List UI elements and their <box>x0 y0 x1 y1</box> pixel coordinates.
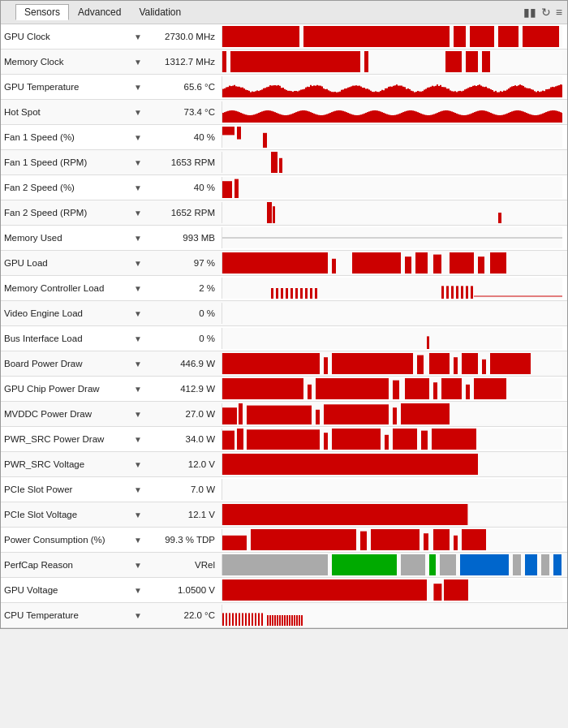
svg-rect-115 <box>385 88 386 97</box>
sensor-value: 2730.0 MHz <box>145 24 218 50</box>
dropdown-icon[interactable]: ▼ <box>131 226 145 251</box>
dropdown-icon[interactable]: ▼ <box>131 150 145 175</box>
svg-rect-26 <box>240 88 242 97</box>
dropdown-icon[interactable]: ▼ <box>131 200 145 226</box>
table-row: PCIe Slot Power▼7.0 W <box>1 477 567 502</box>
svg-rect-507 <box>247 406 312 424</box>
svg-rect-58 <box>292 92 294 97</box>
svg-rect-579 <box>301 615 303 626</box>
svg-rect-516 <box>324 433 328 450</box>
dropdown-icon[interactable]: ▼ <box>131 24 145 50</box>
svg-rect-54 <box>286 90 287 97</box>
dropdown-icon[interactable]: ▼ <box>131 100 145 125</box>
dropdown-icon[interactable]: ▼ <box>131 75 145 100</box>
svg-rect-409 <box>519 110 521 123</box>
svg-rect-278 <box>307 111 308 123</box>
dropdown-icon[interactable]: ▼ <box>131 351 145 377</box>
svg-rect-345 <box>415 111 417 123</box>
dropdown-icon[interactable]: ▼ <box>131 276 145 301</box>
svg-rect-296 <box>336 110 338 123</box>
svg-rect-227 <box>224 112 226 123</box>
camera-icon[interactable]: ▮▮ <box>523 6 536 19</box>
svg-rect-260 <box>278 114 279 123</box>
tab-advanced[interactable]: Advanced <box>69 4 130 20</box>
svg-rect-81 <box>329 91 331 97</box>
svg-rect-213 <box>544 91 545 97</box>
sensor-name: PWR_SRC Voltage <box>1 452 131 477</box>
dropdown-icon[interactable]: ▼ <box>131 301 145 326</box>
svg-rect-325 <box>383 113 385 123</box>
sensor-graph <box>218 50 567 75</box>
sensor-graph <box>218 502 567 528</box>
dropdown-icon[interactable]: ▼ <box>131 502 145 528</box>
svg-rect-113 <box>381 90 383 97</box>
svg-rect-107 <box>372 92 373 97</box>
svg-rect-466 <box>286 288 288 299</box>
sensor-name: GPU Clock <box>1 24 131 50</box>
svg-rect-410 <box>521 111 523 123</box>
dropdown-icon[interactable]: ▼ <box>131 377 145 402</box>
table-row: Memory Clock▼1312.7 MHz <box>1 50 567 75</box>
svg-rect-447 <box>267 202 272 223</box>
svg-rect-198 <box>519 84 521 97</box>
sensor-value: 65.6 °C <box>145 75 218 100</box>
dropdown-icon[interactable]: ▼ <box>131 125 145 150</box>
dropdown-icon[interactable]: ▼ <box>131 553 145 578</box>
svg-rect-146 <box>435 86 437 97</box>
svg-rect-415 <box>529 114 531 123</box>
svg-rect-474 <box>446 286 449 299</box>
svg-rect-514 <box>237 429 243 450</box>
svg-rect-166 <box>467 88 469 97</box>
tab-validation[interactable]: Validation <box>130 4 190 20</box>
svg-rect-131 <box>411 91 412 97</box>
svg-rect-429 <box>552 110 553 123</box>
svg-rect-554 <box>229 613 230 626</box>
dropdown-icon[interactable]: ▼ <box>131 251 145 276</box>
tab-sensors[interactable]: Sensors <box>15 4 69 20</box>
svg-rect-12 <box>466 51 478 72</box>
table-row: Power Consumption (%)▼99.3 % TDP <box>1 528 567 553</box>
sensor-name: Memory Used <box>1 226 131 251</box>
svg-rect-576 <box>294 615 295 626</box>
dropdown-icon[interactable]: ▼ <box>131 427 145 452</box>
svg-rect-258 <box>274 112 276 123</box>
svg-rect-477 <box>461 286 463 299</box>
svg-rect-362 <box>443 110 445 123</box>
sensor-name: GPU Load <box>1 251 131 276</box>
svg-rect-388 <box>485 111 487 123</box>
sensor-name: Fan 2 Speed (%) <box>1 175 131 200</box>
svg-rect-254 <box>268 110 269 123</box>
dropdown-icon[interactable]: ▼ <box>131 326 145 351</box>
svg-rect-568 <box>274 615 276 626</box>
svg-rect-379 <box>471 114 472 123</box>
svg-rect-332 <box>394 115 396 123</box>
dropdown-icon[interactable]: ▼ <box>131 175 145 200</box>
dropdown-icon[interactable]: ▼ <box>131 50 145 75</box>
dropdown-icon[interactable]: ▼ <box>131 578 145 603</box>
svg-rect-408 <box>518 110 519 123</box>
svg-rect-235 <box>237 111 239 123</box>
dropdown-icon[interactable]: ▼ <box>131 452 145 477</box>
svg-rect-134 <box>415 92 417 97</box>
svg-rect-349 <box>422 114 424 123</box>
svg-rect-19 <box>229 86 230 97</box>
dropdown-icon[interactable]: ▼ <box>131 402 145 427</box>
refresh-icon[interactable]: ↻ <box>541 6 551 19</box>
svg-rect-46 <box>273 85 274 97</box>
svg-rect-439 <box>263 133 267 148</box>
menu-icon[interactable]: ≡ <box>556 6 562 19</box>
sensor-graph <box>218 452 567 477</box>
svg-rect-169 <box>472 86 474 97</box>
svg-rect-270 <box>294 113 295 123</box>
svg-rect-152 <box>445 88 446 97</box>
sensor-value: 27.0 W <box>145 402 218 427</box>
svg-rect-310 <box>359 115 360 123</box>
svg-rect-50 <box>279 86 281 97</box>
dropdown-icon[interactable]: ▼ <box>131 477 145 502</box>
table-row: PWR_SRC Voltage▼12.0 V <box>1 452 567 477</box>
dropdown-icon[interactable]: ▼ <box>131 603 145 628</box>
svg-rect-200 <box>523 86 524 97</box>
svg-rect-458 <box>433 255 441 274</box>
dropdown-icon[interactable]: ▼ <box>131 528 145 553</box>
table-row: PerfCap Reason▼VRel <box>1 553 567 578</box>
